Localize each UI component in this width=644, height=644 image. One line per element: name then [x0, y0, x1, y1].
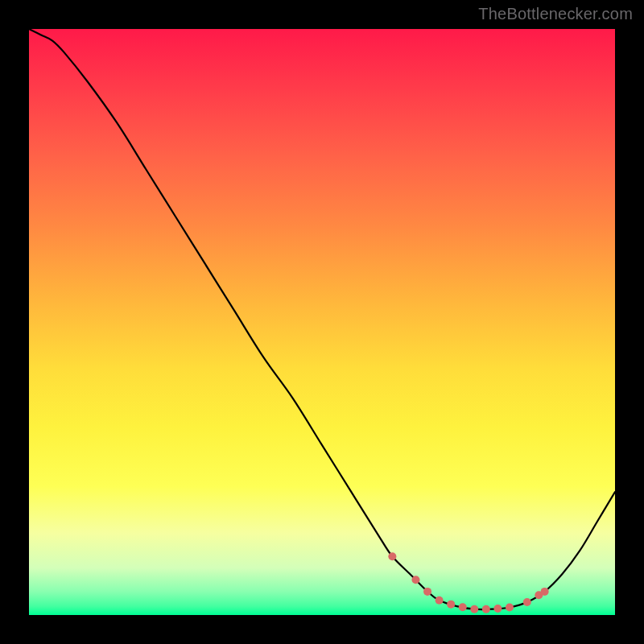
chart-container: TheBottlenecker.com: [0, 0, 644, 644]
watermark-text: TheBottlenecker.com: [478, 5, 633, 23]
optimal-marker: [523, 598, 531, 606]
optimal-marker: [436, 597, 444, 605]
optimal-marker: [482, 605, 490, 613]
optimal-marker: [388, 552, 396, 560]
optimal-marker: [506, 604, 514, 612]
optimal-marker: [459, 603, 467, 611]
optimal-region-markers: [388, 552, 548, 613]
optimal-marker: [447, 601, 455, 609]
optimal-marker: [423, 588, 431, 596]
optimal-marker: [411, 576, 419, 584]
curve-svg: [29, 29, 615, 615]
optimal-marker: [541, 588, 549, 596]
optimal-marker: [470, 605, 478, 613]
optimal-marker: [493, 605, 502, 613]
plot-area: [29, 29, 615, 615]
bottleneck-curve: [29, 29, 615, 609]
